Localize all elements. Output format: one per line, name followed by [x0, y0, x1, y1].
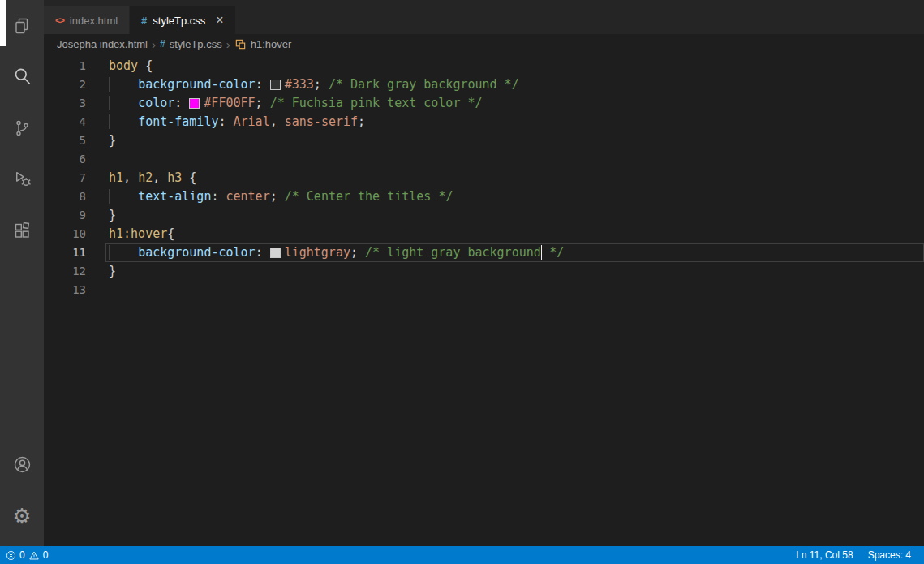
- line-number: 4: [44, 113, 86, 131]
- line-content: color: #FF00FF; /* Fuchsia pink text col…: [105, 94, 924, 113]
- line-content: [105, 281, 924, 299]
- extensions-icon[interactable]: [0, 205, 44, 256]
- line-number: 7: [44, 169, 86, 187]
- code-token: color: [138, 96, 174, 110]
- code-line-8[interactable]: 8 text-align: center; /* Center the titl…: [44, 187, 924, 206]
- code-token: h2: [138, 170, 153, 185]
- line-number: 5: [44, 131, 86, 150]
- code-token: ;: [270, 189, 285, 204]
- breadcrumb-label: Josepha index.html: [57, 38, 148, 50]
- code-editor[interactable]: 1body {2 background-color: #333; /* Dark…: [44, 54, 924, 546]
- code-token: {: [182, 170, 196, 185]
- error-count: 0: [19, 549, 25, 561]
- color-swatch[interactable]: [270, 248, 281, 258]
- line-content: background-color: #333; /* Dark gray bac…: [105, 75, 924, 94]
- code-line-11[interactable]: 11 background-color: lightgray; /* light…: [44, 243, 924, 262]
- line-number: 1: [44, 57, 86, 75]
- status-bar-left: 0 0: [6, 549, 48, 561]
- code-line-9[interactable]: 9}: [44, 206, 924, 225]
- settings-gear-icon[interactable]: ⚙: [0, 490, 44, 541]
- line-number: 2: [44, 75, 86, 94]
- code-token: [109, 96, 138, 110]
- color-swatch[interactable]: [189, 98, 200, 109]
- code-token: lightgray: [285, 245, 350, 260]
- code-token: [109, 245, 138, 260]
- error-icon: [6, 550, 16, 561]
- warning-icon: [28, 550, 40, 561]
- breadcrumb-item-symbol[interactable]: h1:hover: [234, 38, 292, 50]
- line-content: font-family: Arial, sans-serif;: [105, 113, 924, 131]
- breadcrumb: Josepha index.html › # styleTp.css › h1:…: [44, 34, 924, 54]
- line-content: background-color: lightgray; /* light gr…: [105, 243, 924, 262]
- code-token: background-color: [138, 245, 256, 260]
- indentation-indicator[interactable]: Spaces: 4: [868, 549, 911, 561]
- code-token: ;: [256, 96, 270, 110]
- html-file-icon: <>: [55, 15, 64, 25]
- code-line-3[interactable]: 3 color: #FF00FF; /* Fuchsia pink text c…: [44, 94, 924, 113]
- breadcrumb-item-folder[interactable]: Josepha index.html: [57, 38, 148, 50]
- breadcrumb-item-file[interactable]: # styleTp.css: [160, 38, 222, 50]
- explorer-icon[interactable]: [0, 0, 44, 51]
- line-content: h1, h2, h3 {: [105, 169, 924, 187]
- code-line-7[interactable]: 7h1, h2, h3 {: [44, 169, 924, 187]
- status-bar-right: Ln 11, Col 58 Spaces: 4: [796, 549, 911, 561]
- code-token: h1:hover: [109, 226, 167, 241]
- cursor-position-indicator[interactable]: Ln 11, Col 58: [796, 549, 853, 561]
- code-token: /* light gray background: [365, 245, 541, 260]
- activity-bar-bottom-group: ⚙: [0, 439, 44, 541]
- account-icon[interactable]: [0, 439, 44, 490]
- code-token: font-family: [138, 114, 218, 129]
- code-token: #333: [285, 77, 314, 92]
- code-token: Arial: [234, 114, 270, 129]
- code-line-10[interactable]: 10h1:hover{: [44, 225, 924, 243]
- css-file-icon: #: [141, 15, 147, 27]
- breadcrumb-label: styleTp.css: [170, 38, 222, 50]
- code-line-4[interactable]: 4 font-family: Arial, sans-serif;: [44, 113, 924, 131]
- code-line-1[interactable]: 1body {: [44, 57, 924, 75]
- code-token: ;: [350, 245, 365, 260]
- line-number: 10: [44, 225, 86, 243]
- code-token: }: [109, 264, 116, 278]
- tab-styletp-css[interactable]: # styleTp.css ×: [130, 6, 236, 34]
- code-token: text-align: [138, 189, 211, 204]
- code-token: ,: [270, 114, 285, 129]
- tab-label: styleTp.css: [153, 15, 205, 27]
- line-number: 6: [44, 150, 86, 169]
- code-line-13[interactable]: 13: [44, 281, 924, 299]
- search-icon[interactable]: [0, 51, 44, 102]
- code-token: ,: [153, 170, 167, 185]
- source-control-icon[interactable]: [0, 102, 44, 153]
- code-token: center: [226, 189, 270, 204]
- tab-bar: <> index.html # styleTp.css ×: [44, 0, 924, 34]
- close-tab-icon[interactable]: ×: [216, 14, 223, 27]
- code-token: background-color: [138, 77, 256, 92]
- line-number: 13: [44, 281, 86, 299]
- line-number: 11: [44, 243, 86, 262]
- run-debug-icon[interactable]: [0, 153, 44, 205]
- tab-index-html[interactable]: <> index.html: [44, 6, 130, 34]
- line-number: 3: [44, 94, 86, 113]
- code-token: :: [256, 245, 270, 260]
- code-token: [109, 114, 138, 129]
- activity-bar-top-group: [0, 0, 44, 256]
- code-token: :: [218, 114, 233, 129]
- line-content: [105, 150, 924, 169]
- code-token: h1: [109, 170, 123, 185]
- code-line-2[interactable]: 2 background-color: #333; /* Dark gray b…: [44, 75, 924, 94]
- code-token: /* Dark gray background */: [329, 77, 519, 92]
- code-token: ;: [358, 114, 365, 129]
- code-token: :: [211, 189, 226, 204]
- line-number: 8: [44, 187, 86, 206]
- code-line-6[interactable]: 6: [44, 150, 924, 169]
- code-line-12[interactable]: 12}: [44, 262, 924, 281]
- code-token: }: [109, 208, 116, 222]
- code-token: :: [256, 77, 270, 92]
- color-swatch[interactable]: [270, 80, 281, 90]
- problems-indicator[interactable]: 0 0: [6, 549, 48, 561]
- code-line-5[interactable]: 5}: [44, 131, 924, 150]
- code-token: ,: [123, 170, 138, 185]
- code-token: sans-serif: [285, 114, 358, 129]
- line-content: }: [105, 262, 924, 281]
- line-content: }: [105, 206, 924, 225]
- breadcrumb-label: h1:hover: [251, 38, 292, 50]
